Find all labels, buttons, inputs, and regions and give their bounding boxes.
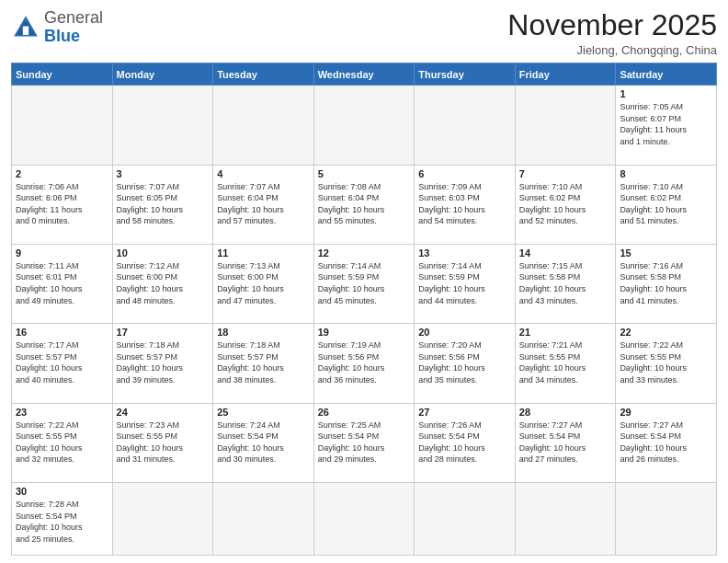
calendar-cell: 7Sunrise: 7:10 AMSunset: 6:02 PMDaylight… <box>515 165 616 244</box>
calendar-cell <box>616 482 717 555</box>
day-info: Sunrise: 7:18 AMSunset: 5:57 PMDaylight:… <box>117 339 210 385</box>
calendar-cell <box>313 86 415 165</box>
calendar-cell: 3Sunrise: 7:07 AMSunset: 6:05 PMDaylight… <box>112 165 213 244</box>
svg-rect-2 <box>23 26 28 35</box>
day-number: 3 <box>117 168 210 179</box>
day-info: Sunrise: 7:16 AMSunset: 5:58 PMDaylight:… <box>620 260 712 306</box>
day-info: Sunrise: 7:17 AMSunset: 5:57 PMDaylight:… <box>16 339 108 385</box>
day-number: 24 <box>117 407 210 418</box>
title-block: November 2025 Jielong, Chongqing, China <box>507 9 717 57</box>
day-number: 15 <box>620 247 712 259</box>
calendar-cell: 19Sunrise: 7:19 AMSunset: 5:56 PMDayligh… <box>313 324 415 403</box>
calendar-cell: 4Sunrise: 7:07 AMSunset: 6:04 PMDaylight… <box>213 165 314 244</box>
calendar-header-tuesday: Tuesday <box>213 63 314 86</box>
day-info: Sunrise: 7:14 AMSunset: 5:59 PMDaylight:… <box>418 260 511 306</box>
calendar-cell: 13Sunrise: 7:14 AMSunset: 5:59 PMDayligh… <box>415 244 516 323</box>
day-info: Sunrise: 7:13 AMSunset: 6:00 PMDaylight:… <box>217 260 310 306</box>
day-number: 22 <box>620 327 712 338</box>
logo-text: General Blue <box>44 9 103 46</box>
calendar-week-6: 30Sunrise: 7:28 AMSunset: 5:54 PMDayligh… <box>12 482 717 555</box>
day-info: Sunrise: 7:22 AMSunset: 5:55 PMDaylight:… <box>620 339 712 385</box>
calendar-cell <box>515 482 616 555</box>
calendar-header-thursday: Thursday <box>415 63 516 86</box>
calendar-cell: 5Sunrise: 7:08 AMSunset: 6:04 PMDaylight… <box>313 165 415 244</box>
calendar-cell <box>112 482 213 555</box>
calendar-cell <box>515 86 616 165</box>
logo: General Blue <box>11 9 103 46</box>
day-number: 29 <box>620 407 712 418</box>
day-info: Sunrise: 7:27 AMSunset: 5:54 PMDaylight:… <box>519 419 612 465</box>
day-info: Sunrise: 7:24 AMSunset: 5:54 PMDaylight:… <box>217 419 310 465</box>
day-number: 17 <box>117 327 210 338</box>
day-number: 21 <box>519 327 612 338</box>
calendar-cell: 10Sunrise: 7:12 AMSunset: 6:00 PMDayligh… <box>112 244 213 323</box>
calendar-cell <box>112 86 213 165</box>
logo-blue: Blue <box>44 27 80 45</box>
calendar-week-4: 16Sunrise: 7:17 AMSunset: 5:57 PMDayligh… <box>12 324 717 403</box>
calendar-cell: 23Sunrise: 7:22 AMSunset: 5:55 PMDayligh… <box>12 403 113 482</box>
calendar-cell <box>415 86 516 165</box>
day-number: 27 <box>418 407 511 418</box>
day-info: Sunrise: 7:27 AMSunset: 5:54 PMDaylight:… <box>620 419 712 465</box>
calendar-cell: 11Sunrise: 7:13 AMSunset: 6:00 PMDayligh… <box>213 244 314 323</box>
day-number: 18 <box>217 327 310 338</box>
day-number: 28 <box>519 407 612 418</box>
calendar-cell: 17Sunrise: 7:18 AMSunset: 5:57 PMDayligh… <box>112 324 213 403</box>
day-number: 10 <box>117 247 210 259</box>
calendar-cell: 24Sunrise: 7:23 AMSunset: 5:55 PMDayligh… <box>112 403 213 482</box>
calendar-cell: 2Sunrise: 7:06 AMSunset: 6:06 PMDaylight… <box>12 165 113 244</box>
day-number: 30 <box>16 486 108 497</box>
calendar-header-saturday: Saturday <box>616 63 717 86</box>
day-number: 8 <box>620 168 712 179</box>
calendar-cell <box>213 86 314 165</box>
calendar-cell <box>213 482 314 555</box>
day-number: 6 <box>418 168 511 179</box>
calendar-header-wednesday: Wednesday <box>313 63 415 86</box>
day-info: Sunrise: 7:28 AMSunset: 5:54 PMDaylight:… <box>16 499 108 545</box>
calendar-cell: 29Sunrise: 7:27 AMSunset: 5:54 PMDayligh… <box>616 403 717 482</box>
day-info: Sunrise: 7:11 AMSunset: 6:01 PMDaylight:… <box>16 260 108 306</box>
calendar-cell <box>313 482 415 555</box>
calendar-header-monday: Monday <box>112 63 213 86</box>
day-info: Sunrise: 7:05 AMSunset: 6:07 PMDaylight:… <box>620 101 712 147</box>
day-info: Sunrise: 7:10 AMSunset: 6:02 PMDaylight:… <box>620 181 712 227</box>
calendar-header-friday: Friday <box>515 63 616 86</box>
calendar-cell <box>12 86 113 165</box>
calendar-cell: 8Sunrise: 7:10 AMSunset: 6:02 PMDaylight… <box>616 165 717 244</box>
calendar-cell: 15Sunrise: 7:16 AMSunset: 5:58 PMDayligh… <box>616 244 717 323</box>
calendar-cell: 16Sunrise: 7:17 AMSunset: 5:57 PMDayligh… <box>12 324 113 403</box>
header: General Blue November 2025 Jielong, Chon… <box>11 9 717 57</box>
day-number: 13 <box>418 247 511 259</box>
calendar-week-2: 2Sunrise: 7:06 AMSunset: 6:06 PMDaylight… <box>12 165 717 244</box>
day-number: 9 <box>16 247 108 259</box>
day-info: Sunrise: 7:06 AMSunset: 6:06 PMDaylight:… <box>16 181 108 227</box>
calendar-cell: 25Sunrise: 7:24 AMSunset: 5:54 PMDayligh… <box>213 403 314 482</box>
calendar-cell: 12Sunrise: 7:14 AMSunset: 5:59 PMDayligh… <box>313 244 415 323</box>
day-info: Sunrise: 7:12 AMSunset: 6:00 PMDaylight:… <box>117 260 210 306</box>
calendar-cell: 30Sunrise: 7:28 AMSunset: 5:54 PMDayligh… <box>12 482 113 555</box>
day-info: Sunrise: 7:10 AMSunset: 6:02 PMDaylight:… <box>519 181 612 227</box>
calendar-cell: 26Sunrise: 7:25 AMSunset: 5:54 PMDayligh… <box>313 403 415 482</box>
day-number: 26 <box>318 407 411 418</box>
calendar-cell: 14Sunrise: 7:15 AMSunset: 5:58 PMDayligh… <box>515 244 616 323</box>
day-number: 7 <box>519 168 612 179</box>
day-number: 20 <box>418 327 511 338</box>
day-info: Sunrise: 7:18 AMSunset: 5:57 PMDaylight:… <box>217 339 310 385</box>
calendar-cell: 20Sunrise: 7:20 AMSunset: 5:56 PMDayligh… <box>415 324 516 403</box>
month-title: November 2025 <box>507 9 717 41</box>
calendar-cell: 9Sunrise: 7:11 AMSunset: 6:01 PMDaylight… <box>12 244 113 323</box>
calendar-cell: 18Sunrise: 7:18 AMSunset: 5:57 PMDayligh… <box>213 324 314 403</box>
day-number: 1 <box>620 88 712 99</box>
logo-icon <box>11 13 40 42</box>
day-number: 11 <box>217 247 310 259</box>
day-number: 16 <box>16 327 108 338</box>
day-info: Sunrise: 7:08 AMSunset: 6:04 PMDaylight:… <box>318 181 411 227</box>
day-info: Sunrise: 7:09 AMSunset: 6:03 PMDaylight:… <box>418 181 511 227</box>
calendar-cell: 6Sunrise: 7:09 AMSunset: 6:03 PMDaylight… <box>415 165 516 244</box>
day-number: 19 <box>318 327 411 338</box>
day-info: Sunrise: 7:22 AMSunset: 5:55 PMDaylight:… <box>16 419 108 465</box>
calendar-cell: 27Sunrise: 7:26 AMSunset: 5:54 PMDayligh… <box>415 403 516 482</box>
page: General Blue November 2025 Jielong, Chon… <box>0 0 728 563</box>
day-number: 14 <box>519 247 612 259</box>
calendar-week-3: 9Sunrise: 7:11 AMSunset: 6:01 PMDaylight… <box>12 244 717 323</box>
